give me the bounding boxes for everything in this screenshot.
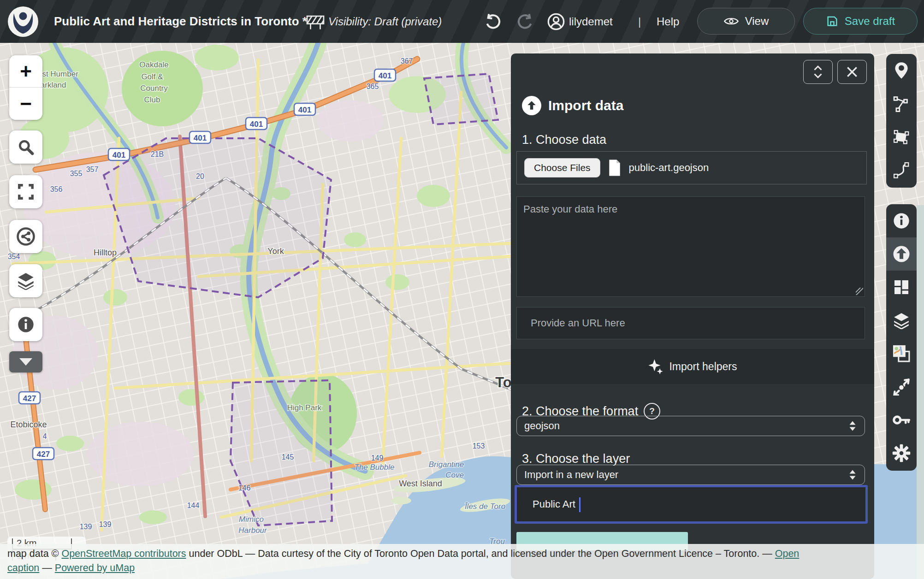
- svg-text:401: 401: [194, 134, 207, 142]
- panel-expand-button[interactable]: [803, 60, 833, 84]
- center-map-button[interactable]: [886, 370, 917, 403]
- collapse-controls-button[interactable]: [9, 351, 42, 372]
- close-icon: [846, 66, 858, 78]
- search-icon: [17, 138, 35, 156]
- svg-text:365: 365: [367, 83, 379, 90]
- svg-text:149: 149: [371, 454, 384, 462]
- paste-data-textarea[interactable]: [516, 196, 865, 297]
- draw-toolbar: [886, 54, 917, 188]
- choose-files-button[interactable]: Choose Files: [524, 158, 600, 177]
- draw-polyline-button[interactable]: [886, 87, 917, 120]
- search-button[interactable]: [9, 130, 42, 164]
- redo-button[interactable]: [516, 0, 534, 43]
- username-link[interactable]: lilydemet: [569, 0, 613, 43]
- svg-text:The Bubble: The Bubble: [355, 463, 395, 472]
- svg-text:Hilltop: Hilltop: [94, 248, 117, 257]
- info-circle-icon: [893, 212, 910, 230]
- help-link[interactable]: Help: [657, 0, 679, 43]
- attribution-middle: under ODbL — Data curtesy of the City of…: [186, 548, 775, 559]
- svg-text:355: 355: [70, 170, 83, 177]
- svg-text:401: 401: [298, 106, 311, 114]
- permissions-button[interactable]: [886, 403, 917, 437]
- page-title[interactable]: Public Art and Heritage Districts in Tor…: [54, 0, 307, 43]
- user-icon: [547, 0, 565, 43]
- svg-text:Oakdale: Oakdale: [139, 60, 168, 69]
- map-properties-button[interactable]: [886, 271, 917, 304]
- key-icon: [892, 411, 911, 429]
- change-tilelayer-button[interactable]: [886, 337, 917, 370]
- map-info-button[interactable]: [9, 308, 42, 341]
- fullscreen-icon: [17, 183, 35, 201]
- zoom-control: + −: [9, 55, 42, 120]
- sparkles-icon: [648, 359, 663, 374]
- svg-text:145: 145: [282, 453, 294, 461]
- attribution-bar: map data © OpenStreetMap contributors un…: [0, 544, 924, 579]
- center-map-icon: [893, 378, 910, 396]
- svg-text:401: 401: [113, 151, 125, 160]
- map-about-button[interactable]: [886, 204, 917, 237]
- svg-text:153: 153: [473, 442, 485, 450]
- svg-text:21B: 21B: [151, 150, 164, 158]
- panel-title: Import data: [548, 98, 623, 113]
- svg-text:Cove: Cove: [445, 471, 464, 479]
- panel-close-button[interactable]: [837, 60, 867, 84]
- svg-text:427: 427: [23, 394, 36, 403]
- svg-text:Club: Club: [144, 95, 160, 104]
- upload-circle-icon: [522, 96, 541, 115]
- manage-layers-button[interactable]: [886, 304, 917, 337]
- svg-text:139: 139: [80, 523, 92, 531]
- scroll-strip[interactable]: [917, 205, 924, 579]
- format-select[interactable]: geojson: [516, 416, 865, 436]
- redo-icon: [516, 13, 534, 30]
- umap-logo[interactable]: [7, 0, 39, 43]
- map-layers-button[interactable]: [9, 264, 42, 297]
- step1-heading: 1. Choose data: [522, 133, 606, 147]
- import-helpers-label: Import helpers: [669, 360, 737, 373]
- visibility-status[interactable]: Visibility: Draft (private): [328, 0, 442, 43]
- save-draft-button[interactable]: Save draft: [803, 8, 918, 35]
- fullscreen-button[interactable]: [9, 175, 42, 208]
- selected-file-name: public-art.geojson: [629, 162, 709, 174]
- zoom-in-button[interactable]: +: [9, 55, 42, 88]
- svg-text:146: 146: [238, 484, 251, 492]
- svg-text:367: 367: [401, 57, 413, 65]
- svg-text:4: 4: [43, 432, 47, 440]
- svg-text:139: 139: [99, 520, 112, 528]
- import-data-tool-button[interactable]: [886, 237, 917, 271]
- share-button[interactable]: [9, 220, 42, 253]
- header-divider: |: [638, 0, 641, 43]
- save-disk-icon: [826, 15, 839, 28]
- view-button[interactable]: View: [697, 8, 795, 35]
- powered-by-umap-link[interactable]: Powered by uMap: [55, 562, 135, 573]
- layer-name-input[interactable]: [517, 487, 865, 521]
- draw-curve-button[interactable]: [886, 154, 917, 187]
- settings-button[interactable]: [886, 437, 917, 470]
- svg-text:York: York: [267, 247, 284, 256]
- open-caption-link-end[interactable]: caption: [7, 562, 39, 573]
- collapse-caret-icon: [19, 358, 32, 366]
- draw-polygon-button[interactable]: [886, 120, 917, 154]
- svg-text:144: 144: [187, 502, 200, 509]
- curve-icon: [893, 162, 910, 178]
- svg-text:401: 401: [250, 120, 263, 129]
- open-caption-link-start[interactable]: Open: [775, 548, 800, 559]
- svg-text:High Park: High Park: [287, 403, 322, 412]
- svg-text:Country: Country: [140, 84, 168, 93]
- svg-text:Etobicoke: Etobicoke: [10, 420, 47, 429]
- svg-text:Îles de Toro: Îles de Toro: [465, 502, 505, 511]
- url-input[interactable]: [516, 307, 865, 339]
- draw-marker-button[interactable]: [886, 54, 917, 87]
- svg-text:354: 354: [8, 253, 20, 260]
- osm-contributors-link[interactable]: OpenStreetMap contributors: [61, 548, 186, 559]
- info-icon: [17, 315, 35, 334]
- svg-text:357: 357: [86, 165, 99, 173]
- undo-button[interactable]: [484, 0, 502, 43]
- edit-toolbar: [886, 204, 917, 471]
- view-button-label: View: [745, 15, 769, 28]
- svg-text:Harbour: Harbour: [238, 526, 267, 535]
- import-helpers-button[interactable]: Import helpers: [511, 349, 874, 384]
- import-data-panel: Import data 1. Choose data Choose Files …: [511, 53, 874, 579]
- zoom-out-button[interactable]: −: [9, 88, 42, 120]
- barrier-icon: [306, 0, 325, 43]
- layer-select[interactable]: Import in a new layer: [516, 465, 865, 485]
